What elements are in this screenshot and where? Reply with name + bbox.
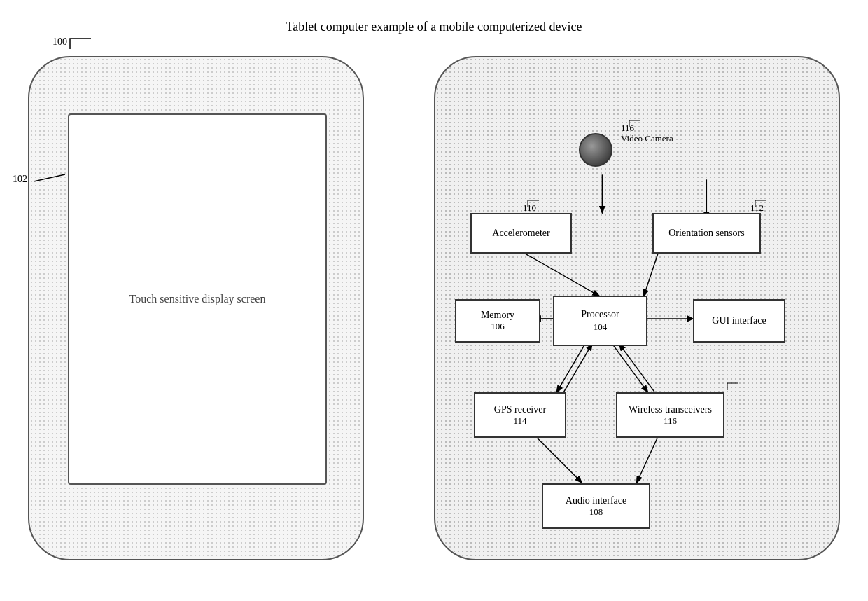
processor-ref: 104 <box>594 322 608 333</box>
audio-ref: 108 <box>589 506 603 518</box>
ref-110-bracket <box>526 199 540 209</box>
ref-116a-bracket <box>628 119 642 130</box>
gui-box: GUI interface <box>693 299 785 343</box>
memory-ref: 106 <box>491 321 505 332</box>
video-camera-label: Video Camera <box>621 133 673 144</box>
svg-line-3 <box>644 254 658 296</box>
svg-line-11 <box>557 345 585 392</box>
memory-label: Memory <box>481 310 514 321</box>
accelerometer-box: Accelerometer <box>470 213 572 254</box>
gps-ref: 114 <box>513 415 526 427</box>
wireless-box: Wireless transceivers 116 <box>616 392 724 438</box>
left-device: Touch sensitive display screen <box>28 56 364 560</box>
ref-116b-bracket <box>726 382 740 392</box>
ref-102-label: 102 <box>13 174 27 185</box>
gps-label: GPS receiver <box>494 404 546 415</box>
ref-100-label: 100 <box>52 36 67 48</box>
memory-box: Memory 106 <box>455 299 540 343</box>
wireless-ref: 116 <box>664 415 677 427</box>
audio-box: Audio interface 108 <box>542 483 650 529</box>
wireless-label: Wireless transceivers <box>629 404 712 415</box>
right-device: Video Camera 116 Accelerometer 110 Orien… <box>434 56 840 560</box>
orientation-box: Orientation sensors <box>652 213 761 254</box>
svg-line-12 <box>612 345 648 392</box>
svg-line-16 <box>637 437 658 483</box>
svg-line-13 <box>564 345 592 392</box>
video-camera-icon <box>579 133 612 167</box>
ref-102-line <box>34 171 69 185</box>
svg-line-0 <box>34 174 65 181</box>
accelerometer-label: Accelerometer <box>492 228 550 239</box>
touch-screen-label: Touch sensitive display screen <box>130 293 266 305</box>
svg-line-15 <box>536 437 582 483</box>
page-title: Tablet computer example of a mobile comp… <box>0 20 868 34</box>
touch-screen: Touch sensitive display screen <box>68 113 327 485</box>
audio-label: Audio interface <box>566 495 626 506</box>
processor-label: Processor <box>581 309 619 320</box>
ref-112-bracket <box>754 199 768 209</box>
gui-label: GUI interface <box>712 315 766 326</box>
ref-100-bracket <box>66 35 94 53</box>
svg-line-14 <box>620 345 654 392</box>
svg-line-1 <box>526 254 598 296</box>
processor-box: Processor 104 <box>553 296 648 346</box>
orientation-label: Orientation sensors <box>668 228 744 239</box>
gps-box: GPS receiver 114 <box>474 392 566 438</box>
